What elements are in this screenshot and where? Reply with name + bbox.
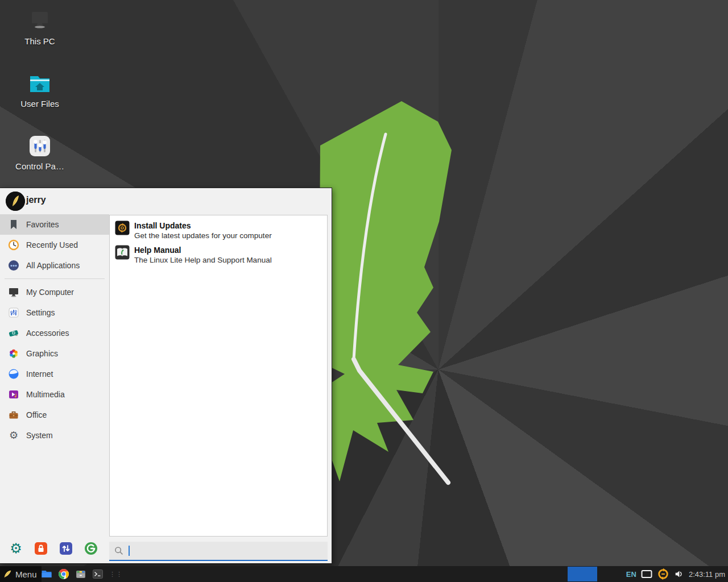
switch-user-button[interactable] xyxy=(59,542,73,555)
volume-icon[interactable] xyxy=(674,569,684,579)
help-manual-icon xyxy=(115,245,130,260)
menu-item-label: Recently Used xyxy=(26,240,78,250)
globe-icon xyxy=(8,368,19,380)
menu-action-bar: ⚙ xyxy=(9,542,98,555)
menu-header: jerry xyxy=(0,188,332,214)
computer-icon xyxy=(8,286,19,298)
whisker-menu: jerry Favorites Recently Used All Applic… xyxy=(0,188,332,564)
menu-item-all-applications[interactable]: All Applications xyxy=(0,255,109,276)
desktop: This PC User Files Control Pa… jerry xyxy=(0,0,728,582)
apps-grid-icon xyxy=(8,260,19,271)
menu-category-settings[interactable]: Settings xyxy=(0,302,109,323)
result-title: Install Updates xyxy=(134,221,272,231)
desktop-icon-user-files[interactable]: User Files xyxy=(11,73,68,127)
menu-button-label: Menu xyxy=(15,569,37,579)
folder-home-icon xyxy=(27,73,52,95)
result-description: Get the latest updates for your computer xyxy=(134,231,272,240)
computer-icon xyxy=(27,10,52,33)
menu-category-internet[interactable]: Internet xyxy=(0,364,109,384)
menu-button[interactable]: Menu xyxy=(0,566,42,582)
lock-icon xyxy=(34,542,48,555)
desktop-icon-label: This PC xyxy=(11,36,68,46)
result-title: Help Manual xyxy=(134,245,272,255)
power-circle-icon xyxy=(84,542,98,555)
menu-item-favorites[interactable]: Favorites xyxy=(0,214,109,235)
search-icon xyxy=(114,546,124,556)
desktop-icon-control-panel[interactable]: Control Pa… xyxy=(11,135,68,190)
menu-item-label: System xyxy=(26,431,53,440)
terminal-icon[interactable] xyxy=(92,568,104,580)
clock[interactable]: 2:43:11 pm xyxy=(689,570,725,579)
workspace-switcher-active[interactable] xyxy=(568,567,597,581)
menu-item-label: All Applications xyxy=(26,261,80,270)
display-tray-icon[interactable] xyxy=(641,569,652,579)
sidebar-separator xyxy=(5,278,105,279)
menu-item-label: Settings xyxy=(26,308,55,317)
text-cursor xyxy=(129,546,130,556)
clock-icon xyxy=(8,239,19,251)
gear-icon: ⚙ xyxy=(8,430,19,441)
up-down-arrows-icon xyxy=(59,542,73,555)
username: jerry xyxy=(26,195,46,205)
briefcase-icon xyxy=(8,409,19,421)
lock-screen-button[interactable] xyxy=(34,542,48,555)
desktop-icon-area: This PC User Files Control Pa… xyxy=(11,10,68,198)
menu-category-accessories[interactable]: Accessories xyxy=(0,323,109,343)
taskbar-launchers: ⋮⋮ xyxy=(41,566,123,582)
desktop-icon-label: Control Pa… xyxy=(11,161,68,171)
sliders-icon xyxy=(8,307,19,318)
updates-tray-icon[interactable] xyxy=(657,568,669,580)
desktop-icon-this-pc[interactable]: This PC xyxy=(11,10,68,65)
list-item-help-manual[interactable]: Help Manual The Linux Lite Help and Supp… xyxy=(113,243,327,267)
menu-item-label: My Computer xyxy=(26,288,74,297)
menu-category-system[interactable]: ⚙ System xyxy=(0,425,109,446)
menu-item-label: Favorites xyxy=(26,220,59,229)
menu-category-graphics[interactable]: Graphics xyxy=(0,343,109,364)
settings-manager-button[interactable]: ⚙ xyxy=(9,542,23,555)
list-item-install-updates[interactable]: Install Updates Get the latest updates f… xyxy=(113,219,327,242)
bookmark-icon xyxy=(8,219,19,230)
menu-item-label: Office xyxy=(26,410,47,419)
install-updates-icon xyxy=(115,221,130,235)
desktop-icon-label: User Files xyxy=(11,99,68,109)
menu-sidebar: Favorites Recently Used All Applications… xyxy=(0,214,109,563)
taskbar: Menu ⋮⋮ EN 2:43:11 pm xyxy=(0,566,728,582)
control-panel-icon xyxy=(27,135,52,158)
menu-category-multimedia[interactable]: Multimedia xyxy=(0,384,109,405)
result-description: The Linux Lite Help and Support Manual xyxy=(134,255,272,265)
color-flower-icon xyxy=(8,348,19,359)
menu-category-my-computer[interactable]: My Computer xyxy=(0,282,109,302)
menu-item-label: Graphics xyxy=(26,349,58,358)
menu-results-list: Install Updates Get the latest updates f… xyxy=(109,215,328,537)
media-play-icon xyxy=(8,389,19,400)
keyboard-layout-indicator[interactable]: EN xyxy=(626,570,636,579)
teal-gear-wrench-icon: ⚙ xyxy=(10,543,22,554)
archive-manager-icon[interactable] xyxy=(75,568,86,580)
file-manager-icon[interactable] xyxy=(41,568,52,580)
search-input[interactable] xyxy=(109,542,328,561)
linux-lite-feather-icon xyxy=(2,569,13,579)
utility-knife-icon xyxy=(8,327,19,339)
log-out-button[interactable] xyxy=(84,542,98,555)
menu-item-recently-used[interactable]: Recently Used xyxy=(0,235,109,255)
menu-item-label: Multimedia xyxy=(26,390,65,399)
user-avatar[interactable] xyxy=(6,192,25,211)
menu-item-label: Accessories xyxy=(26,329,69,338)
system-tray: EN 2:43:11 pm xyxy=(626,566,725,582)
menu-category-office[interactable]: Office xyxy=(0,405,109,425)
menu-item-label: Internet xyxy=(26,369,53,379)
chrome-browser-icon[interactable] xyxy=(58,568,69,580)
panel-separator-handle[interactable]: ⋮⋮ xyxy=(109,572,123,577)
